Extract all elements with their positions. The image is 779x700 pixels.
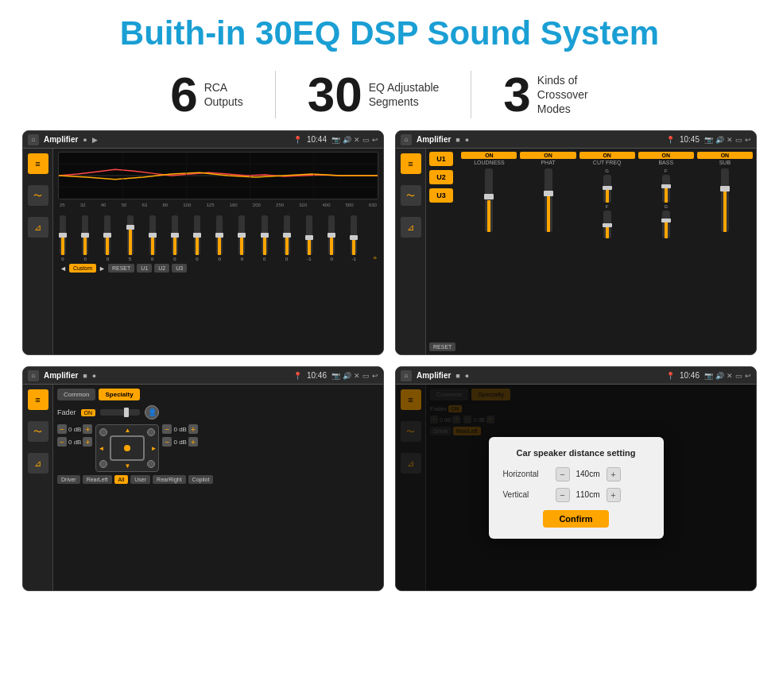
eq-slider-7[interactable]: 0	[194, 215, 200, 261]
eq-slider-5[interactable]: 0	[149, 215, 156, 261]
fader-br-minus[interactable]: −	[162, 437, 172, 447]
eq-reset-btn[interactable]: RESET	[108, 264, 134, 273]
cross-reset-btn[interactable]: RESET	[429, 342, 455, 351]
eq-slider-6[interactable]: 0	[172, 215, 178, 261]
ch-phat-slider[interactable]	[520, 168, 576, 351]
stat-crossover-number: 3	[503, 70, 530, 119]
fader-main: Common Specialty Fader ON 👤 −	[53, 385, 383, 590]
screen4-home-icon[interactable]: ⌂	[401, 370, 412, 381]
eq-slider-10[interactable]: 0	[262, 215, 268, 261]
eq-slider-13[interactable]: 0	[328, 215, 335, 261]
fader-on-btn[interactable]: ON	[81, 409, 96, 416]
screen3-dot1: ■	[83, 372, 87, 380]
eq-slider-1[interactable]: 0	[60, 215, 66, 261]
dist-horizontal-row: Horizontal − 140cm +	[503, 467, 649, 481]
cross-u1-btn[interactable]: U1	[429, 152, 453, 166]
dist-horizontal-label: Horizontal	[503, 470, 551, 478]
fader-driver-btn[interactable]: Driver	[57, 475, 80, 484]
stat-eq-number: 30	[308, 70, 362, 119]
eq-custom-btn[interactable]: Custom	[69, 264, 96, 273]
screen2-vol: 🔊	[715, 136, 724, 144]
cross-u3-btn[interactable]: U3	[429, 188, 453, 203]
screen3-dot2: ●	[92, 372, 96, 380]
eq-sidebar-icon3[interactable]: ⊿	[28, 217, 48, 238]
ch-cutfreq-f-slider[interactable]	[603, 211, 611, 238]
cross-sliders-area: G F F	[461, 168, 753, 351]
screen1-time: 10:44	[307, 135, 327, 144]
ch-sub-slider[interactable]	[697, 168, 753, 351]
ch-on-loudness: ON	[461, 152, 517, 159]
fader-h-slider[interactable]	[100, 409, 140, 416]
eq-next[interactable]: ►	[99, 265, 106, 273]
home-icon[interactable]: ⌂	[28, 134, 39, 145]
fader-icon3[interactable]: ⊿	[28, 453, 48, 474]
dist-confirm-button[interactable]: Confirm	[543, 510, 608, 528]
eq-slider-4[interactable]: 5	[127, 215, 134, 261]
stat-eq-label: EQ Adjustable Segments	[369, 80, 440, 109]
stat-rca: 6 RCA Outputs	[138, 70, 275, 119]
dist-dialog-title: Car speaker distance setting	[503, 448, 649, 458]
fader-tl-plus[interactable]: +	[83, 424, 92, 434]
fader-rearleft-btn[interactable]: RearLeft	[83, 475, 112, 484]
dist-vertical-plus[interactable]: +	[607, 488, 621, 502]
screen1-back[interactable]: ↩	[372, 136, 378, 144]
eq-u1-btn[interactable]: U1	[137, 264, 152, 273]
eq-slider-15[interactable]: »	[373, 254, 376, 261]
screen1-title: Amplifier	[44, 135, 78, 144]
eq-slider-3[interactable]: 0	[104, 215, 110, 261]
ch-bass-f-slider[interactable]	[662, 175, 670, 203]
eq-sidebar-icon2[interactable]: 〜	[28, 185, 48, 206]
fader-bl-minus[interactable]: −	[57, 437, 67, 447]
cross-sidebar: ≡ 〜 ⊿	[396, 149, 426, 354]
eq-sidebar-icon1[interactable]: ≡	[28, 153, 48, 174]
fader-tab-specialty[interactable]: Specialty	[99, 389, 139, 400]
fader-tabs: Common Specialty	[57, 389, 379, 400]
screen4-topbar: ⌂ Amplifier ■ ● 📍 10:46 📷 🔊 ✕ ▭ ↩	[396, 367, 756, 385]
fader-tab-common[interactable]: Common	[57, 389, 95, 400]
screen1-sq: ▭	[362, 136, 370, 144]
fader-user-btn[interactable]: User	[130, 475, 150, 484]
fader-tl-minus[interactable]: −	[57, 424, 67, 434]
screen2-home-icon[interactable]: ⌂	[401, 134, 412, 145]
ch-cutfreq-g-slider[interactable]	[603, 175, 611, 203]
cross-icon1[interactable]: ≡	[401, 153, 421, 174]
fader-rearright-btn[interactable]: RearRight	[153, 475, 186, 484]
fader-icon1[interactable]: ≡	[28, 389, 48, 410]
eq-slider-11[interactable]: 0	[284, 215, 290, 261]
cross-icon2[interactable]: 〜	[401, 185, 421, 206]
screen4-back[interactable]: ↩	[745, 372, 751, 380]
eq-u2-btn[interactable]: U2	[154, 264, 169, 273]
fader-tr-minus[interactable]: −	[162, 424, 172, 434]
cross-icon3[interactable]: ⊿	[401, 217, 421, 238]
ch-loudness-label: LOUDNESS	[461, 160, 517, 165]
fader-br-plus[interactable]: +	[188, 437, 198, 447]
fader-bl-plus[interactable]: +	[83, 437, 92, 447]
cross-u2-btn[interactable]: U2	[429, 170, 453, 184]
ch-on-phat: ON	[520, 152, 576, 159]
ch-loudness-slider[interactable]	[461, 168, 517, 351]
dist-horizontal-plus[interactable]: +	[607, 467, 621, 481]
dist-vertical-ctrl: − 110cm +	[556, 488, 621, 502]
dist-horizontal-minus[interactable]: −	[556, 467, 570, 481]
eq-u3-btn[interactable]: U3	[172, 264, 187, 273]
fader-tr-plus[interactable]: +	[188, 424, 198, 434]
eq-graph	[58, 152, 378, 199]
fader-icon2[interactable]: 〜	[28, 421, 48, 442]
fader-all-btn[interactable]: All	[114, 475, 129, 484]
eq-slider-8[interactable]: 0	[216, 215, 223, 261]
screen3-back[interactable]: ↩	[372, 372, 378, 380]
ch-bass-g-slider[interactable]	[662, 211, 670, 238]
screen3-home-icon[interactable]: ⌂	[28, 370, 39, 381]
screen2-back[interactable]: ↩	[745, 136, 751, 144]
eq-prev[interactable]: ◄	[60, 265, 67, 273]
fader-copilot-btn[interactable]: Copilot	[188, 475, 214, 484]
eq-slider-9[interactable]: 0	[238, 215, 245, 261]
stat-rca-number: 6	[170, 70, 197, 119]
eq-slider-2[interactable]: 0	[82, 215, 88, 261]
screen3-title: Amplifier	[44, 371, 78, 380]
fader-left-dbs: − 0 dB + − 0 dB +	[57, 424, 92, 447]
arrow-up: ▲	[125, 427, 131, 434]
eq-slider-14[interactable]: -1	[351, 215, 357, 261]
dist-vertical-minus[interactable]: −	[556, 488, 570, 502]
eq-slider-12[interactable]: -1	[306, 215, 312, 261]
